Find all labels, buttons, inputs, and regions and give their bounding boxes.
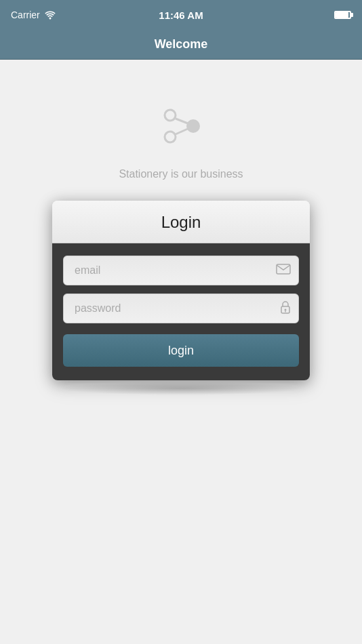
svg-point-1 bbox=[165, 110, 176, 121]
status-time: 11:46 AM bbox=[159, 9, 203, 21]
svg-point-2 bbox=[165, 132, 176, 142]
email-input[interactable] bbox=[63, 256, 299, 285]
login-title: Login bbox=[161, 213, 201, 231]
login-card-header: Login bbox=[52, 201, 310, 243]
password-input[interactable] bbox=[63, 294, 299, 323]
status-right bbox=[334, 11, 351, 19]
wifi-icon bbox=[44, 10, 56, 20]
card-shadow bbox=[59, 382, 303, 395]
svg-line-3 bbox=[176, 119, 188, 123]
svg-point-0 bbox=[186, 119, 200, 133]
status-left: Carrier bbox=[11, 9, 56, 20]
svg-line-4 bbox=[176, 129, 188, 134]
login-button[interactable]: login bbox=[63, 334, 299, 367]
email-field-wrapper bbox=[63, 256, 299, 285]
email-icon bbox=[276, 264, 291, 277]
login-card: Login bbox=[52, 201, 310, 380]
main-content: Stationery is our business Login bbox=[0, 60, 362, 644]
battery-icon bbox=[334, 11, 351, 19]
app-logo bbox=[154, 100, 208, 155]
login-card-body: login bbox=[52, 243, 310, 380]
carrier-label: Carrier bbox=[11, 9, 40, 20]
status-bar: Carrier 11:46 AM bbox=[0, 0, 362, 30]
password-field-wrapper bbox=[63, 294, 299, 323]
nav-title: Welcome bbox=[155, 37, 208, 52]
svg-point-7 bbox=[285, 309, 287, 311]
tagline: Stationery is our business bbox=[119, 168, 243, 180]
lock-icon bbox=[280, 300, 291, 317]
nav-bar: Welcome bbox=[0, 30, 362, 60]
svg-rect-5 bbox=[277, 264, 290, 274]
